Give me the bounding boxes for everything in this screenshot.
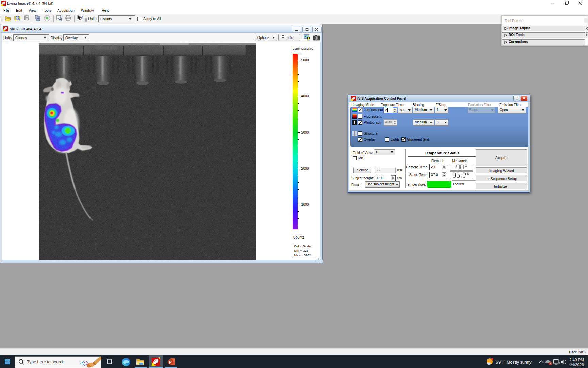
svg-text:P: P — [169, 360, 172, 365]
svg-text:?: ? — [80, 15, 83, 20]
